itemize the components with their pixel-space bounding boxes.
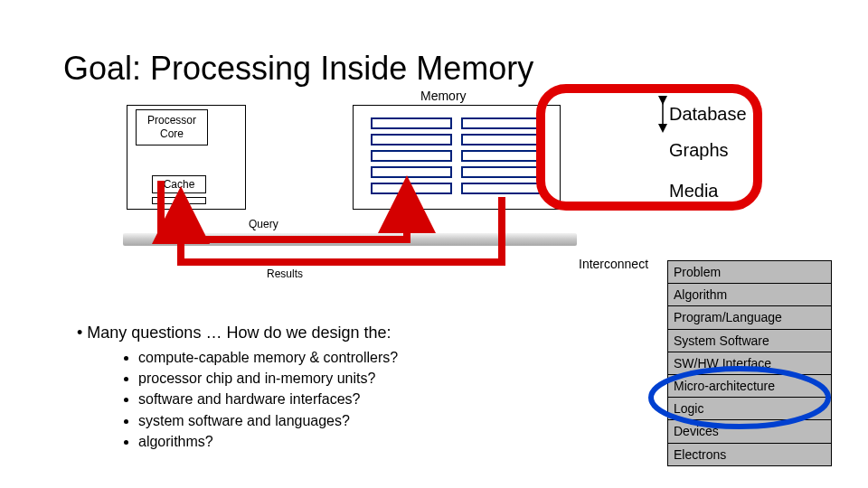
stack-electrons: Electrons: [667, 444, 832, 466]
system-stack: Problem Algorithm Program/Language Syste…: [667, 260, 832, 466]
memory-label: Memory: [420, 89, 467, 103]
list-item: algorithms?: [138, 431, 398, 452]
sub-question-list: compute-capable memory & controllers? pr…: [122, 347, 398, 452]
memory-bank: [371, 183, 452, 194]
stack-system-software: System Software: [667, 330, 832, 352]
memory-bank: [461, 166, 542, 178]
list-item: compute-capable memory & controllers?: [138, 347, 398, 368]
memory-bank: [461, 183, 542, 194]
slide-title: Goal: Processing Inside Memory: [63, 50, 533, 88]
stack-logic: Logic: [667, 398, 832, 420]
application-graphs: Graphs: [669, 140, 729, 161]
application-database: Database: [669, 104, 747, 125]
list-item: system software and languages?: [138, 410, 398, 431]
memory-bank: [371, 166, 452, 178]
memory-bank: [461, 117, 542, 129]
question-lead: Many questions … How do we design the:: [77, 324, 392, 343]
results-label: Results: [267, 267, 303, 280]
stack-sw-hw-interface: SW/HW Interface: [667, 352, 832, 375]
memory-bank: [461, 134, 542, 145]
memory-bank: [371, 134, 452, 145]
stack-problem: Problem: [667, 261, 832, 284]
memory-bank: [461, 150, 542, 162]
processor-core-box: ProcessorCore: [136, 109, 208, 145]
list-item: software and hardware interfaces?: [138, 389, 398, 409]
application-media: Media: [669, 181, 718, 202]
stack-devices: Devices: [667, 420, 832, 443]
query-label: Query: [249, 218, 278, 230]
cache-box: Cache: [152, 175, 206, 193]
stack-program-language: Program/Language: [667, 306, 832, 329]
memory-bank: [371, 117, 452, 129]
list-item: processor chip and in-memory units?: [138, 368, 398, 389]
stack-algorithm: Algorithm: [667, 284, 832, 306]
cache-bar: [152, 197, 206, 204]
interconnect-label: Interconnect: [579, 257, 648, 271]
memory-bank: [371, 150, 452, 162]
stack-micro-architecture: Micro-architecture: [667, 375, 832, 398]
interconnect-bar: [123, 233, 577, 246]
